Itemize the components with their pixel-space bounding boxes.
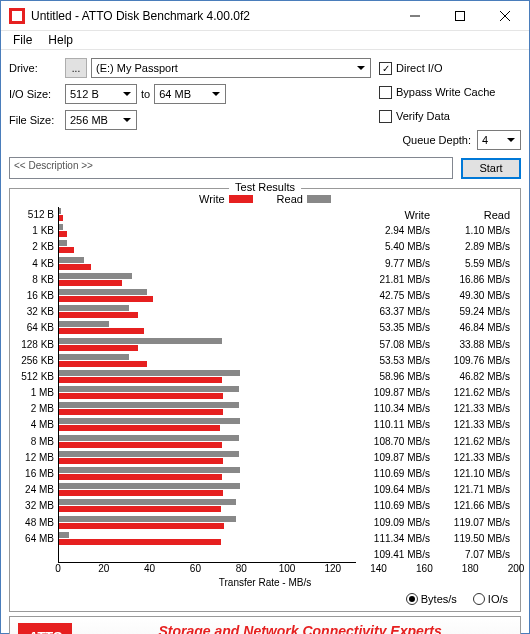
titlebar: Untitled - ATTO Disk Benchmark 4.00.0f2: [1, 1, 529, 31]
write-column: Write2.94 MB/s5.40 MB/s9.77 MB/s21.81 MB…: [356, 207, 436, 563]
chart-x-label: Transfer Rate - MB/s: [14, 577, 516, 588]
queuedepth-select[interactable]: 4: [477, 130, 521, 150]
chart-bars: [58, 207, 356, 563]
footer: ATTO Storage and Network Connectivity Ex…: [9, 616, 521, 634]
close-button[interactable]: [482, 1, 527, 30]
legend: Write Read: [14, 193, 516, 205]
app-icon: [9, 8, 25, 24]
browse-button[interactable]: ...: [65, 58, 87, 78]
svg-rect-3: [455, 11, 464, 20]
atto-logo: ATTO: [18, 623, 72, 634]
window-title: Untitled - ATTO Disk Benchmark 4.00.0f2: [31, 9, 392, 23]
write-swatch: [229, 195, 253, 203]
bypass-cache-checkbox[interactable]: Bypass Write Cache: [379, 80, 521, 104]
app-window: Untitled - ATTO Disk Benchmark 4.00.0f2 …: [0, 0, 530, 634]
start-button[interactable]: Start: [461, 158, 521, 179]
menubar: File Help: [1, 31, 529, 50]
drive-label: Drive:: [9, 62, 65, 74]
chart-x-ticks: 020406080100120140160180200: [58, 563, 516, 575]
iosize-to-select[interactable]: 64 MB: [154, 84, 226, 104]
results-panel: Test Results Write Read 512 B1 KB2 KB4 K…: [9, 188, 521, 612]
read-column: Read1.10 MB/s2.89 MB/s5.59 MB/s16.86 MB/…: [436, 207, 516, 563]
svg-rect-1: [12, 11, 22, 21]
drive-select[interactable]: (E:) My Passport: [91, 58, 371, 78]
maximize-button[interactable]: [437, 1, 482, 30]
iosize-from-select[interactable]: 512 B: [65, 84, 137, 104]
description-input[interactable]: << Description >>: [9, 157, 453, 179]
minimize-button[interactable]: [392, 1, 437, 30]
filesize-label: File Size:: [9, 114, 65, 126]
filesize-select[interactable]: 256 MB: [65, 110, 137, 130]
direct-io-checkbox[interactable]: ✓Direct I/O: [379, 56, 521, 80]
read-swatch: [307, 195, 331, 203]
bytes-radio[interactable]: Bytes/s: [406, 593, 457, 605]
to-label: to: [141, 88, 150, 100]
footer-tagline: Storage and Network Connectivity Experts…: [80, 623, 520, 634]
menu-help[interactable]: Help: [40, 31, 81, 49]
queuedepth-label: Queue Depth:: [403, 134, 472, 146]
iosize-label: I/O Size:: [9, 88, 65, 100]
menu-file[interactable]: File: [5, 31, 40, 49]
chart-y-labels: 512 B1 KB2 KB4 KB8 KB16 KB32 KB64 KB128 …: [14, 207, 58, 563]
verify-data-checkbox[interactable]: Verify Data: [379, 104, 521, 128]
results-title: Test Results: [229, 181, 301, 193]
io-radio[interactable]: IO/s: [473, 593, 508, 605]
